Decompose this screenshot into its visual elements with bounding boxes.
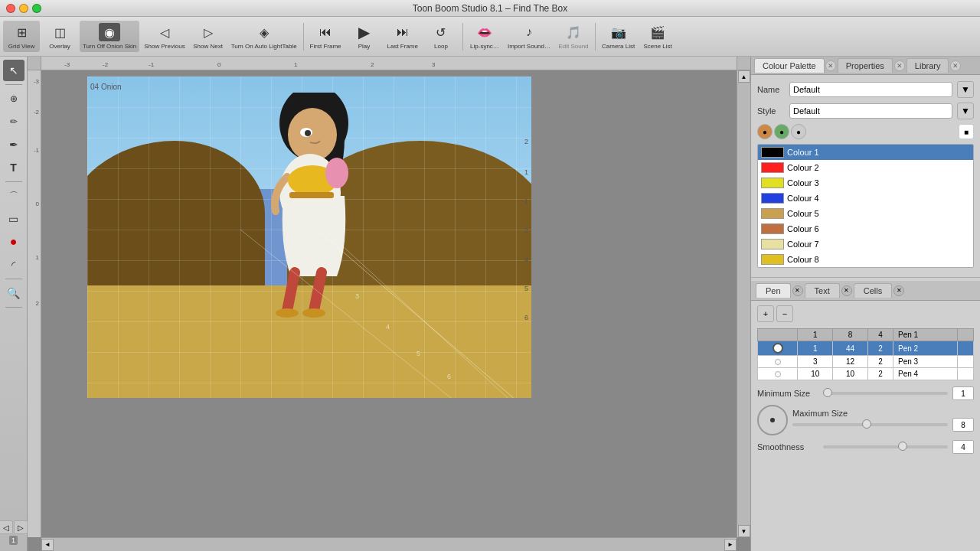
ruler-corner-tr: [737, 57, 750, 70]
colour-swatch-1: [761, 147, 784, 158]
max-size-thumb[interactable]: [862, 419, 871, 429]
cells-tab[interactable]: Cells: [854, 283, 892, 298]
pen-row-1[interactable]: 1 44 2 Pen 2: [758, 341, 974, 356]
ruler-v-n1: -1: [34, 147, 39, 154]
colour-item-2[interactable]: Colour 2: [758, 160, 973, 175]
max-size-value[interactable]: 8: [952, 418, 974, 432]
scroll-up[interactable]: ▲: [738, 70, 750, 83]
colour-palette-close[interactable]: ✕: [825, 60, 836, 71]
style-select[interactable]: Default: [789, 103, 952, 119]
colour-item-6[interactable]: Colour 6: [758, 221, 973, 236]
library-tab[interactable]: Library: [906, 58, 949, 73]
smoothness-value[interactable]: 4: [952, 440, 974, 454]
toolbar-onion-label: Turn Off Onion Skin: [83, 43, 136, 50]
canvas-btn-1[interactable]: ◁: [0, 520, 13, 534]
scroll-down[interactable]: ▼: [738, 525, 750, 537]
toolbar-edit-sound[interactable]: 🎵 Edit Sound: [555, 21, 592, 52]
colour-item-1[interactable]: Colour 1: [758, 145, 973, 160]
toolbar-auto-lighttable[interactable]: ◈ Turn On Auto LightTable: [228, 21, 300, 52]
colour-palette-tab-group: Colour Palette ✕: [754, 58, 836, 73]
toolbar-camera-list[interactable]: 📷 Camera List: [599, 21, 638, 52]
scroll-left[interactable]: ◄: [41, 539, 54, 551]
pencil-tool[interactable]: ✒: [3, 134, 24, 155]
brush-tool[interactable]: ✏: [3, 111, 24, 132]
text-tab[interactable]: Text: [805, 283, 840, 298]
canvas-viewport[interactable]: 04 Onion 2 1 1 2 4 5 6: [41, 70, 737, 537]
toolbar-import-sound[interactable]: ♪ Import Sound…: [505, 21, 554, 52]
zoom-tool[interactable]: 🔍: [3, 282, 24, 304]
toolbar-lip-sync[interactable]: 👄 Lip-sync…: [466, 21, 503, 52]
colour-item-5[interactable]: Colour 5: [758, 206, 973, 221]
smoothness-thumb[interactable]: [898, 442, 907, 451]
swatch-white-btn[interactable]: ■: [959, 124, 974, 139]
pen-tab[interactable]: Pen: [756, 283, 791, 298]
properties-close[interactable]: ✕: [894, 60, 905, 71]
colour-name-3: Colour 3: [787, 178, 819, 187]
svg-point-4: [305, 130, 311, 136]
toolbar-show-prev[interactable]: ◁ Show Previous: [141, 21, 188, 52]
name-select[interactable]: Default: [789, 82, 952, 97]
toolbar-first-frame[interactable]: ⏮ First Frame: [307, 21, 345, 52]
pen-icons-row: + −: [757, 305, 974, 322]
min-size-value[interactable]: 1: [952, 386, 974, 400]
colour-item-7[interactable]: Colour 7: [758, 236, 973, 252]
colour-swatch-2: [761, 162, 784, 173]
text-tool[interactable]: T: [3, 157, 24, 178]
library-close[interactable]: ✕: [950, 60, 961, 71]
canvas-btn-2[interactable]: ▷: [14, 520, 28, 534]
colour-item-4[interactable]: Colour 4: [758, 191, 973, 206]
toolbar-onion-skin[interactable]: ◉ Turn Off Onion Skin: [80, 21, 139, 52]
toolbar-last-frame[interactable]: ⏭ Last Frame: [384, 21, 421, 52]
colour-palette-tab[interactable]: Colour Palette: [754, 58, 825, 73]
style-btn[interactable]: ▼: [957, 103, 974, 119]
style-label: Style: [757, 106, 785, 116]
min-size-track[interactable]: [823, 392, 948, 395]
toolbar-grid-view[interactable]: ⊞ Grid View: [3, 21, 40, 52]
ruler-horizontal: -3 -2 -1 0 1 2 3: [41, 57, 737, 70]
colour-swatch-8: [761, 254, 784, 265]
close-button[interactable]: [6, 4, 15, 13]
window-controls[interactable]: [6, 4, 41, 13]
toolbar-play[interactable]: ▶ Play: [346, 21, 383, 52]
max-size-track[interactable]: [792, 423, 948, 426]
text-tab-close[interactable]: ✕: [841, 285, 852, 296]
pen-row-2[interactable]: 3 12 2 Pen 3: [758, 356, 974, 368]
red-circle-tool[interactable]: ●: [3, 231, 24, 253]
scroll-right[interactable]: ►: [724, 539, 737, 551]
pen-row-3[interactable]: 10 10 2 Pen 4: [758, 368, 974, 380]
toolbar-scene-list[interactable]: 🎬 Scene List: [639, 21, 676, 52]
cells-tab-close[interactable]: ✕: [893, 285, 904, 296]
select-tool[interactable]: ↖: [3, 60, 24, 81]
arc-tool[interactable]: ◜: [3, 254, 24, 276]
minimize-button[interactable]: [19, 4, 28, 13]
ruler-h-3: 3: [432, 61, 435, 68]
smoothness-track[interactable]: [823, 445, 948, 448]
frame-number: 1: [9, 536, 18, 545]
scroll-track-h[interactable]: [54, 538, 724, 551]
right-scrollbar[interactable]: ▲ ▼: [737, 70, 750, 537]
swatch-tool-2[interactable]: ●: [774, 124, 789, 139]
bottom-scrollbar[interactable]: ◄ ►: [41, 537, 737, 551]
contour-tool[interactable]: ⌒: [3, 185, 24, 207]
colour-item-8[interactable]: Colour 8: [758, 252, 973, 267]
toolbar-overlay[interactable]: ◫ Overlay: [41, 21, 78, 52]
toolbar-sep-2: [462, 23, 463, 51]
scroll-track-v[interactable]: [737, 83, 750, 525]
pen-add-btn[interactable]: +: [757, 305, 774, 322]
toolbar-play-label: Play: [358, 43, 371, 50]
tool-sep-4: [5, 307, 22, 308]
main-area: ↖ ⊕ ✏ ✒ T ⌒ ▭ ● ◜ 🔍 ◁ ▷ 1 -3 -2: [0, 57, 980, 551]
properties-tab[interactable]: Properties: [838, 58, 893, 73]
toolbar-show-next[interactable]: ▷ Show Next: [190, 21, 227, 52]
colour-item-3[interactable]: Colour 3: [758, 175, 973, 191]
name-btn[interactable]: ▼: [957, 81, 974, 98]
pen-tab-close[interactable]: ✕: [792, 285, 803, 296]
min-size-thumb[interactable]: [823, 388, 832, 397]
transform-tool[interactable]: ⊕: [3, 88, 24, 109]
toolbar-loop[interactable]: ↺ Loop: [423, 21, 459, 52]
swatch-tool-1[interactable]: ●: [757, 124, 773, 139]
maximize-button[interactable]: [32, 4, 41, 13]
shape-tool[interactable]: ▭: [3, 208, 24, 230]
swatch-tool-3[interactable]: ●: [791, 124, 806, 139]
pen-delete-btn[interactable]: −: [776, 305, 793, 322]
